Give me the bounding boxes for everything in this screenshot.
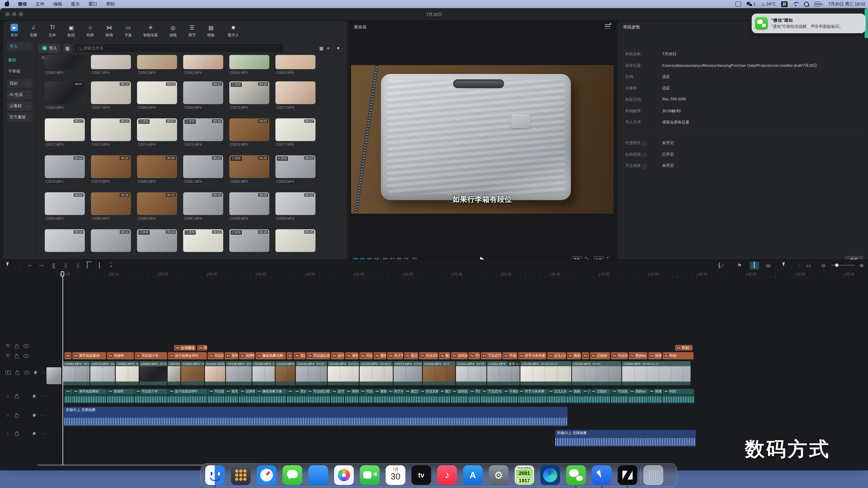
wechat-notification[interactable]: “微信”通知 “通知”可能包括提醒、声音和图标标记。 — [752, 14, 866, 33]
sidebar-import-group[interactable]: 导入⌃ — [7, 42, 33, 51]
tab-模板[interactable]: ▤模板 — [203, 22, 219, 39]
player-menu-button[interactable] — [605, 24, 610, 28]
media-item-C0077.MP4[interactable]: 00:17 — [275, 118, 315, 141]
media-item-C0063.MP4[interactable] — [183, 55, 223, 69]
dock-icon-jianying[interactable] — [618, 465, 637, 485]
text-clip[interactable]: Aa那手机起家的 — [72, 352, 106, 359]
media-item-C0072.MP4[interactable]: 00:17 — [45, 118, 85, 141]
audio-clip[interactable]: Aa我的su — [629, 389, 648, 404]
text-clip[interactable]: Aa下沉式TSA — [481, 352, 502, 359]
info-icon[interactable]: ? — [642, 153, 647, 157]
dock-icon-arrow-app[interactable] — [592, 465, 612, 485]
text-clip[interactable]: Aa对于小米米家 — [518, 352, 546, 359]
music-clip[interactable]: 积极向上 无限能量 — [64, 407, 568, 426]
lock-icon[interactable] — [16, 372, 19, 375]
text-clip[interactable]: Aa可以说 — [611, 352, 628, 359]
video-clip-C0093.MP4[interactable]: C0093.MP400:00 — [115, 361, 139, 386]
info-icon[interactable]: ? — [642, 164, 647, 169]
video-clip-C0152.MP4[interactable]: C0152.MP4速率 2.400:00 — [487, 361, 520, 386]
text-clip[interactable]: Aa我的su — [629, 352, 648, 359]
window-titlebar[interactable]: 7月28日 — [0, 8, 868, 21]
media-item-C0073.MP4[interactable]: 00:14 — [91, 118, 131, 141]
dock-icon-safari[interactable] — [257, 465, 276, 485]
video-clip-C0136.MP4[interactable]: C0136.MP400:00:0 — [226, 361, 252, 386]
audio-clip[interactable]: Aa轻 — [582, 389, 590, 404]
menu-item-文件[interactable]: 文件 — [36, 1, 44, 7]
audio-clip[interactable]: Aa可以说十年 — [135, 389, 168, 404]
text-clip[interactable]: Aa我的 — [567, 352, 581, 359]
visibility-icon[interactable] — [24, 371, 30, 374]
audio-clip[interactable]: Aa可以 — [468, 389, 481, 404]
video-clip-C0151.MP4[interactable]: C0151.MP400:00 — [456, 361, 487, 386]
split-button[interactable]: ][ — [50, 262, 58, 269]
tab-素材[interactable]: ▶素材 — [6, 22, 22, 39]
tab-转场[interactable]: ⋈转场 — [101, 22, 117, 39]
dock-icon-diskmon[interactable]: Read [MB/s]26911917 — [515, 465, 534, 485]
media-item[interactable]: 00:20 — [275, 229, 315, 252]
media-item-C0068.MP4[interactable]: 00:23 — [137, 81, 177, 104]
dock-icon-wechat[interactable] — [566, 465, 586, 485]
text-clip[interactable]: Aa轻便 — [648, 352, 662, 359]
media-item-C0083.MP4[interactable]: 已添加00:23 — [275, 155, 315, 178]
media-item-C0066.MP4[interactable]: 00:07 — [45, 81, 85, 104]
audio-clip[interactable]: Aa正统的 — [590, 389, 611, 404]
audio-clip[interactable]: Aa为了不 — [387, 389, 404, 404]
lock-icon[interactable] — [15, 414, 19, 417]
tab-字幕[interactable]: ▭字幕 — [120, 22, 136, 39]
text-clip[interactable]: Aa为了不 — [387, 352, 403, 359]
audio-clip[interactable]: Aa如 — [64, 389, 72, 404]
dock-icon-music[interactable]: ♪ — [437, 465, 457, 485]
dock-icon-mail[interactable] — [308, 465, 328, 485]
audio-clip[interactable]: Aa时刻 — [662, 389, 694, 404]
media-item-C0076.MP4[interactable]: 00:03 — [229, 118, 269, 141]
audio-clip[interactable]: Aa下沉式TSA — [481, 389, 502, 404]
lock-icon[interactable] — [15, 433, 19, 436]
sidebar-item-子草稿[interactable]: 子草稿 — [3, 66, 36, 77]
text-clip[interactable]: Aa说到这里 — [451, 352, 468, 359]
text-clip[interactable]: Aa这个品类全球中 — [168, 352, 207, 359]
wifi-icon[interactable] — [793, 2, 798, 6]
text-clip[interactable]: Aa抗摔性 — [239, 352, 255, 359]
video-clip-C0133.MP4[interactable]: C0133.MP400:00:0 — [359, 361, 393, 386]
visibility-icon[interactable] — [23, 354, 29, 358]
media-item-C0081.MP4[interactable]: 00:21 — [183, 155, 223, 178]
tab-文本[interactable]: TI文本 — [44, 22, 60, 39]
media-item-C0080.MP4[interactable]: 00:09 — [137, 155, 177, 178]
audio-clip[interactable]: Aa像机场暴力测 — [255, 389, 287, 404]
text-clip[interactable]: Aa时刻 — [197, 345, 207, 351]
sidebar-item-素材[interactable]: 素材 — [3, 55, 36, 66]
dock-icon-appstore[interactable]: A — [463, 465, 483, 485]
control-center-icon[interactable] — [814, 2, 823, 6]
playhead[interactable] — [62, 271, 63, 465]
audio-clip[interactable]: Aa其次 — [293, 389, 306, 404]
apple-menu-icon[interactable] — [5, 2, 9, 6]
tab-贴纸[interactable]: ▣贴纸 — [63, 22, 79, 39]
audio-clip[interactable]: Aa来到内 — [345, 389, 359, 404]
media-item[interactable]: 已添加00:19 — [229, 229, 269, 252]
text-clip[interactable]: Aa可以说让很 — [306, 352, 330, 359]
text-clip[interactable]: Aa全场最佳 — [174, 345, 196, 351]
dock-icon-launchpad[interactable] — [231, 465, 251, 485]
text-clip[interactable]: Aa可以保 — [359, 352, 373, 359]
wechat-status-icon[interactable]: 1 — [747, 2, 756, 6]
menu-bar-clock[interactable]: 7月30日 周三 18:02 — [828, 1, 865, 7]
spotlight-search-icon[interactable] — [804, 2, 809, 7]
media-item-C0064.MP4[interactable] — [229, 55, 269, 69]
audio-clip[interactable]: Aa那手机起家的 — [72, 389, 107, 404]
screen-mirroring-icon[interactable] — [735, 2, 741, 6]
menu-item-窗口[interactable]: 窗口 — [89, 1, 97, 7]
video-clip-C0156.MP4[interactable]: C0156.MP400:0 — [422, 361, 456, 386]
audio-clip[interactable]: Aa并且后期 — [419, 389, 439, 404]
text-clip[interactable]: Aa并且后期 — [419, 352, 438, 359]
media-item[interactable]: 00:18 — [45, 229, 85, 252]
menu-item-帮助[interactable]: 帮助 — [106, 1, 115, 7]
text-clip[interactable]: Aa像机场暴力测 — [255, 352, 286, 359]
sidebar-group-AI 生成[interactable]: AI 生成⌄ — [7, 90, 33, 99]
text-clip[interactable]: Aa这可以 — [331, 352, 344, 359]
text-clip[interactable]: Aa其次 — [293, 352, 306, 359]
visibility-icon[interactable] — [23, 344, 29, 348]
media-item-C0070.MP4[interactable]: 已添加00:15 — [229, 81, 269, 104]
video-clip-C0146.MP4[interactable]: C0146.MP400:00:0 — [327, 361, 359, 386]
text-clip[interactable]: Aa轻 — [582, 352, 589, 359]
playhead-handle[interactable] — [61, 271, 64, 276]
